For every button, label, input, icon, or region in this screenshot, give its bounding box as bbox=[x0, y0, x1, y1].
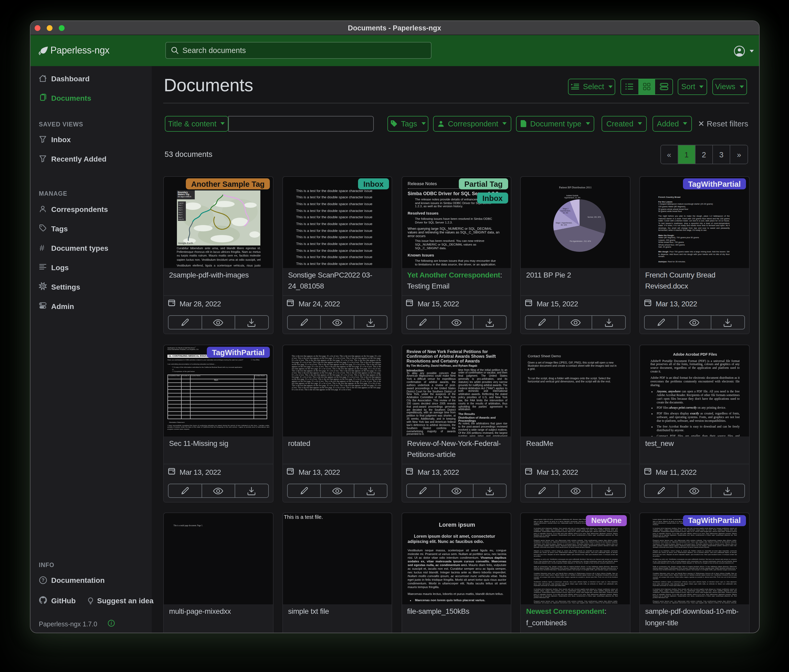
svg-text:i: i bbox=[110, 620, 112, 626]
svg-text:?: ? bbox=[42, 577, 44, 583]
